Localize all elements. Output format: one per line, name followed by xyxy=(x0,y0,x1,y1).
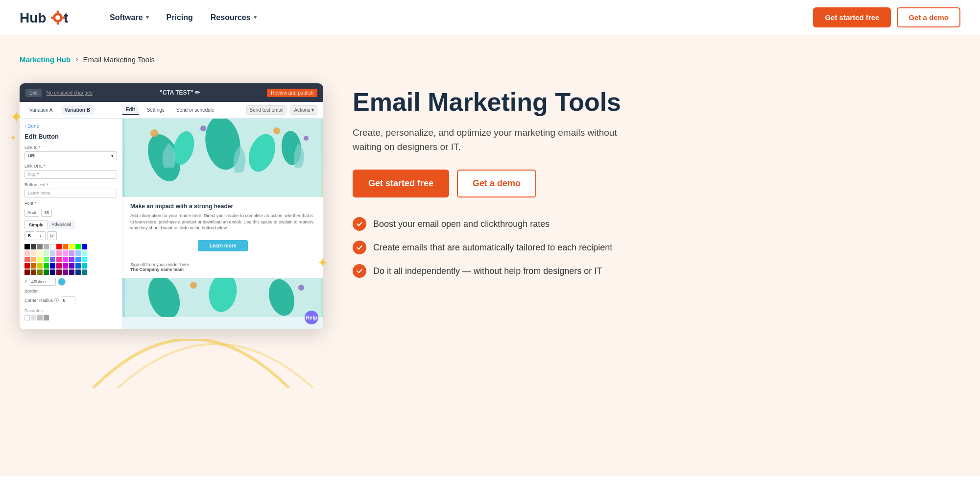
color-swatch[interactable] xyxy=(50,263,55,269)
mockup-sign-off: Sign off from your reader here. The Comp… xyxy=(130,262,315,272)
color-swatch[interactable] xyxy=(63,257,68,262)
color-swatch[interactable] xyxy=(69,244,74,249)
mockup-italic-btn[interactable]: I xyxy=(36,231,46,240)
hero-cta-row: Get started free Get a demo xyxy=(353,170,960,197)
mockup-link-to-select[interactable]: URL▾ xyxy=(24,151,117,160)
color-swatch[interactable] xyxy=(75,257,81,262)
color-swatch[interactable] xyxy=(56,263,62,269)
color-swatch[interactable] xyxy=(50,250,55,256)
mockup-url-input[interactable]: http:// xyxy=(24,170,117,179)
color-swatch[interactable] xyxy=(44,257,49,262)
mockup-send-test-btn[interactable]: Send test email xyxy=(246,105,287,115)
nav-software[interactable]: Software ▾ xyxy=(102,9,157,26)
sparkle-icon-tl: ✦✦ xyxy=(10,108,23,145)
color-swatch[interactable] xyxy=(37,263,43,269)
color-swatch[interactable] xyxy=(37,244,43,249)
color-swatch[interactable] xyxy=(56,270,62,275)
color-swatch[interactable] xyxy=(82,250,87,256)
mockup-advanced-tab[interactable]: Advanced xyxy=(48,221,75,229)
color-swatch[interactable] xyxy=(37,315,43,320)
mockup-underline-btn[interactable]: U xyxy=(47,231,57,240)
nav-resources[interactable]: Resources ▾ xyxy=(203,9,264,26)
color-swatch[interactable] xyxy=(56,244,62,249)
color-swatch[interactable] xyxy=(44,244,49,249)
color-swatch[interactable] xyxy=(82,244,87,249)
color-swatch[interactable] xyxy=(63,244,68,249)
color-swatch[interactable] xyxy=(44,263,49,269)
color-swatch[interactable] xyxy=(37,250,43,256)
color-swatch[interactable] xyxy=(50,257,55,262)
mockup-color-preview[interactable] xyxy=(58,278,66,286)
color-swatch[interactable] xyxy=(63,250,68,256)
hero-feature-text-1: Boost your email open and clickthrough r… xyxy=(373,219,550,229)
color-swatch[interactable] xyxy=(44,270,49,275)
color-swatch[interactable] xyxy=(56,257,62,262)
mockup-button-text-input[interactable]: Learn more xyxy=(24,189,117,197)
hero-get-started-button[interactable]: Get started free xyxy=(353,170,449,197)
color-swatch[interactable] xyxy=(31,250,36,256)
mockup-exit-btn[interactable]: Exit xyxy=(25,89,42,97)
mockup-font-size[interactable]: 16 xyxy=(41,209,52,217)
color-swatch[interactable] xyxy=(82,270,87,275)
nav-get-started-button[interactable]: Get started free xyxy=(813,7,891,27)
color-swatch[interactable] xyxy=(50,270,55,275)
mockup-corner-input[interactable] xyxy=(61,296,75,304)
mockup-body: ‹ Done Edit Button Link to * URL▾ Link U… xyxy=(20,119,323,329)
mockup-simple-tab[interactable]: Simple xyxy=(24,221,48,229)
hero-section: Marketing Hub › Email Marketing Tools ✦✦… xyxy=(0,35,980,476)
chevron-down-icon-2: ▾ xyxy=(254,14,257,21)
hero-features: Boost your email open and clickthrough r… xyxy=(353,217,960,278)
mockup-variation-b[interactable]: Variation B xyxy=(61,105,94,115)
mockup-tab-edit[interactable]: Edit xyxy=(122,105,139,115)
mockup-font-row: Arial 16 xyxy=(24,209,117,217)
color-swatch[interactable] xyxy=(63,263,68,269)
color-swatch[interactable] xyxy=(31,263,36,269)
nav-pricing[interactable]: Pricing xyxy=(159,9,201,26)
color-swatch[interactable] xyxy=(24,244,30,249)
color-swatch[interactable] xyxy=(24,315,30,320)
color-swatch[interactable] xyxy=(31,257,36,262)
color-swatch[interactable] xyxy=(82,263,87,269)
nav-resources-label: Resources xyxy=(211,13,251,22)
mockup-hash-symbol: # xyxy=(24,279,27,284)
nav-get-demo-button[interactable]: Get a demo xyxy=(897,7,960,27)
color-swatch[interactable] xyxy=(31,315,36,320)
color-swatch[interactable] xyxy=(63,270,68,275)
color-swatch[interactable] xyxy=(31,270,36,275)
mockup-variation-a[interactable]: Variation A xyxy=(25,105,57,115)
color-swatch[interactable] xyxy=(69,263,74,269)
breadcrumb-parent[interactable]: Marketing Hub xyxy=(20,55,71,64)
mockup-help-button[interactable]: Help xyxy=(305,311,318,324)
color-swatch[interactable] xyxy=(69,250,74,256)
mockup-tab-settings[interactable]: Settings xyxy=(143,105,168,115)
color-swatch[interactable] xyxy=(75,263,81,269)
color-swatch[interactable] xyxy=(44,315,49,320)
color-swatch[interactable] xyxy=(82,257,87,262)
mockup-back-btn[interactable]: ‹ Done xyxy=(24,123,117,129)
color-swatch[interactable] xyxy=(24,263,30,269)
mockup-font-select[interactable]: Arial xyxy=(24,209,39,217)
hero-get-demo-button[interactable]: Get a demo xyxy=(457,170,536,197)
logo[interactable]: Hub t xyxy=(20,9,78,26)
color-swatch[interactable] xyxy=(24,257,30,262)
mockup-learn-more-btn[interactable]: Learn more xyxy=(198,240,248,251)
color-swatch[interactable] xyxy=(37,257,43,262)
mockup-tab-send[interactable]: Send or schedule xyxy=(172,105,218,115)
mockup-actions-btn[interactable]: Actions ▾ xyxy=(290,105,317,115)
color-swatch[interactable] xyxy=(75,244,81,249)
mockup-publish-btn[interactable]: Review and publish xyxy=(267,89,317,97)
color-swatch[interactable] xyxy=(56,250,62,256)
color-swatch[interactable] xyxy=(75,270,81,275)
color-swatch[interactable] xyxy=(31,244,36,249)
hero-image: ✦✦ ✦ Exit No unsaved changes "CTA TEST" … xyxy=(20,78,323,329)
mockup-bold-btn[interactable]: B xyxy=(24,231,34,240)
color-swatch[interactable] xyxy=(24,270,30,275)
color-swatch[interactable] xyxy=(69,257,74,262)
color-swatch[interactable] xyxy=(75,250,81,256)
color-swatch[interactable] xyxy=(50,244,55,249)
color-swatch[interactable] xyxy=(37,270,43,275)
color-swatch[interactable] xyxy=(24,250,30,256)
color-swatch[interactable] xyxy=(69,270,74,275)
mockup-bg-input[interactable]: 40bbce xyxy=(29,278,56,286)
color-swatch[interactable] xyxy=(44,250,49,256)
